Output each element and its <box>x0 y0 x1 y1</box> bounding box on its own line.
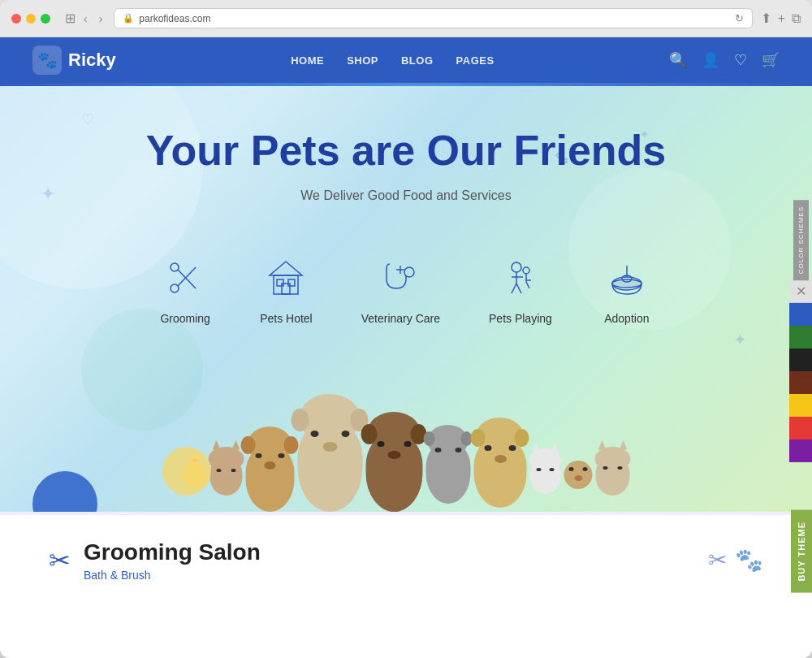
services-row: Grooming <box>49 236 763 341</box>
browser-toolbar: ⊞ ‹ › 🔒 parkofideas.com ↻ ⬆ + ⧉ <box>0 0 812 37</box>
lock-icon: 🔒 <box>123 13 134 24</box>
color-scheme-brown[interactable] <box>789 371 812 394</box>
service-vet[interactable]: Veterinary Care <box>337 236 464 341</box>
pet-row <box>183 422 630 512</box>
pet-lab <box>474 439 527 508</box>
scissors-deco: ✂ <box>708 547 727 574</box>
nav-logo[interactable]: 🐾 Ricky <box>32 45 116 75</box>
site-wrapper: 🐾 Ricky HOME SHOP BLOG PAGES 🔍 👤 ♡ 🛒 <box>0 37 812 658</box>
pet-cat1 <box>210 459 243 496</box>
color-schemes-panel: COLOR SCHEMES ✕ <box>789 200 812 462</box>
service-adoption[interactable]: Adoption <box>577 236 677 341</box>
svg-point-12 <box>512 262 521 272</box>
grooming-section-icon: ✂ <box>49 545 71 576</box>
dot-close[interactable] <box>11 14 21 24</box>
logo-text: Ricky <box>68 50 116 71</box>
svg-point-9 <box>404 267 414 277</box>
animals-container <box>49 349 763 512</box>
grooming-text: Grooming Salon Bath & Brush <box>84 539 261 582</box>
nav-menu: HOME SHOP BLOG PAGES <box>291 54 494 67</box>
pet-guinea <box>564 461 593 489</box>
cart-icon[interactable]: 🛒 <box>762 51 780 69</box>
grooming-title: Grooming Salon <box>84 539 261 565</box>
refresh-button[interactable]: ↻ <box>735 12 744 24</box>
nav-item-pages[interactable]: PAGES <box>456 54 495 67</box>
color-scheme-black[interactable] <box>789 348 812 371</box>
svg-line-3 <box>178 267 196 286</box>
browser-dots <box>11 14 50 24</box>
playing-icon <box>495 252 546 304</box>
hero-content: Your Pets are Our Friends We Deliver Goo… <box>49 127 763 341</box>
bowl-icon <box>607 258 647 298</box>
search-icon[interactable]: 🔍 <box>669 51 687 69</box>
svg-line-2 <box>178 270 196 288</box>
service-playing[interactable]: Pets Playing <box>464 236 577 341</box>
service-hotel-label: Pets Hotel <box>260 312 313 325</box>
pet-puppy1 <box>246 447 295 512</box>
dot-minimize[interactable] <box>26 14 36 24</box>
scissors-icon <box>165 258 205 298</box>
service-adoption-label: Adoption <box>604 312 649 325</box>
service-playing-label: Pets Playing <box>489 312 552 325</box>
service-hotel[interactable]: Pets Hotel <box>235 236 337 341</box>
hotel-icon <box>260 252 312 304</box>
site-nav: 🐾 Ricky HOME SHOP BLOG PAGES 🔍 👤 ♡ 🛒 <box>0 37 812 83</box>
hero-section: ♡ ✦ ✦ 🐾 ✦ Your Pets are Our Friends We D… <box>0 86 812 512</box>
pet-cat2 <box>530 460 561 494</box>
browser-controls: ⊞ ‹ › <box>65 11 106 27</box>
house-icon <box>266 258 306 298</box>
svg-rect-7 <box>277 279 283 286</box>
browser-page: 🐾 Ricky HOME SHOP BLOG PAGES 🔍 👤 ♡ 🛒 <box>0 37 812 658</box>
grooming-section: ✂ Grooming Salon Bath & Brush ✂ 🐾 <box>0 512 812 606</box>
color-scheme-yellow[interactable] <box>789 394 812 417</box>
share-icon[interactable]: ⬆ <box>761 11 771 26</box>
dot-fullscreen[interactable] <box>41 14 50 24</box>
color-scheme-purple[interactable] <box>789 439 812 462</box>
comb-deco: 🐾 <box>735 547 763 574</box>
nav-item-home[interactable]: HOME <box>291 54 324 67</box>
svg-point-13 <box>523 267 529 274</box>
url-text: parkofideas.com <box>139 13 210 24</box>
pets-playing-icon <box>500 258 541 298</box>
new-tab-icon[interactable]: + <box>778 11 785 26</box>
logo-icon: 🐾 <box>32 45 62 75</box>
pet-cat3 <box>596 458 630 496</box>
pet-wolf <box>426 443 471 504</box>
color-schemes-label: COLOR SCHEMES <box>793 200 809 280</box>
heart-icon[interactable]: ♡ <box>734 51 747 69</box>
browser-actions: ⬆ + ⧉ <box>761 11 801 26</box>
service-grooming[interactable]: Grooming <box>135 236 235 341</box>
browser-window: ⊞ ‹ › 🔒 parkofideas.com ↻ ⬆ + ⧉ 🐾 Ricky <box>0 0 812 658</box>
svg-marker-4 <box>270 262 302 275</box>
vet-icon <box>374 252 426 304</box>
bottom-yellow-circle <box>162 447 211 496</box>
address-bar[interactable]: 🔒 parkofideas.com ↻ <box>114 8 752 28</box>
square-icon[interactable]: ⊞ <box>65 11 76 26</box>
adoption-icon <box>601 252 653 304</box>
color-schemes-close[interactable]: ✕ <box>789 280 812 303</box>
tabs-icon[interactable]: ⧉ <box>792 11 801 26</box>
deco-heart: ♡ <box>81 110 94 128</box>
service-grooming-label: Grooming <box>160 312 209 325</box>
grooming-icon <box>159 252 211 304</box>
hero-subtitle: We Deliver Good Food and Services <box>49 188 763 203</box>
hero-title: Your Pets are Our Friends <box>49 127 763 175</box>
svg-rect-8 <box>288 279 295 286</box>
stethoscope-icon <box>380 258 421 298</box>
pet-puppy-center <box>298 422 363 512</box>
grooming-subtitle: Bath & Brush <box>84 569 261 582</box>
nav-item-blog[interactable]: BLOG <box>401 54 434 67</box>
back-button[interactable]: ‹ <box>80 11 91 27</box>
color-scheme-green[interactable] <box>789 326 812 348</box>
color-scheme-red[interactable] <box>789 417 812 439</box>
pet-puppy2 <box>366 435 423 512</box>
color-scheme-blue[interactable] <box>789 303 812 326</box>
nav-item-shop[interactable]: SHOP <box>347 54 378 67</box>
buy-theme-button[interactable]: Buy Theme <box>791 510 812 593</box>
svg-point-15 <box>612 279 641 288</box>
grooming-right: ✂ 🐾 <box>708 547 763 574</box>
nav-icons: 🔍 👤 ♡ 🛒 <box>669 51 780 69</box>
user-icon[interactable]: 👤 <box>702 51 719 69</box>
service-vet-label: Veterinary Care <box>361 312 440 325</box>
forward-button[interactable]: › <box>96 11 106 27</box>
